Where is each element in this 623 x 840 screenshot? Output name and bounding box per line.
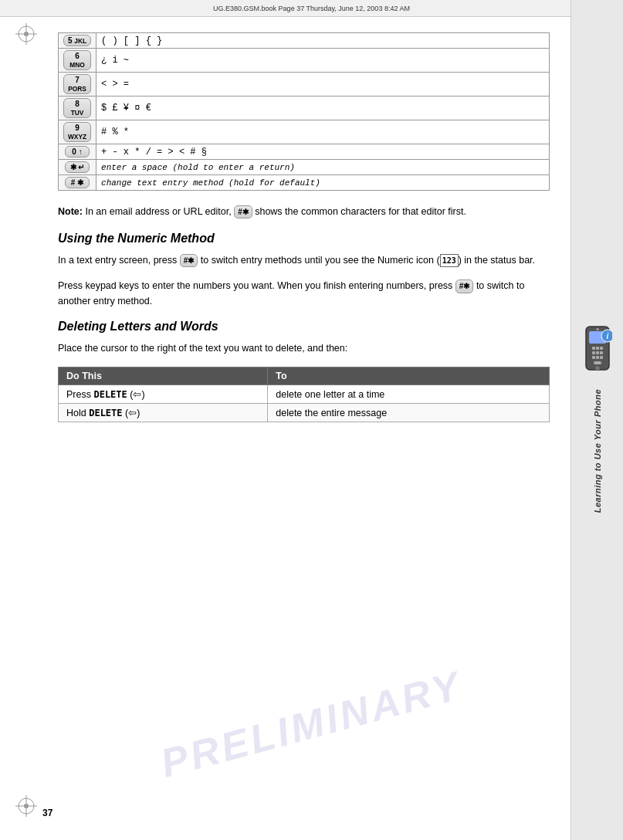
key-button-star: ✱ ↵: [65, 161, 90, 173]
key-cell-5: 5 JKL: [59, 33, 96, 49]
right-sidebar: i Learning to Use Your Phone: [571, 0, 623, 840]
delete-result-2: delete the entire message: [268, 404, 550, 422]
svg-rect-27: [594, 361, 601, 364]
delete-result-1: delete one letter at a time: [268, 385, 550, 404]
char-cell-0: + - x * / = > < # §: [96, 144, 550, 160]
page-number: 37: [42, 808, 52, 818]
key-button-6: 6 MNO: [63, 50, 91, 70]
note-continuation: shows the common characters for that edi…: [255, 206, 466, 217]
svg-rect-20: [600, 347, 603, 350]
svg-rect-24: [592, 356, 595, 359]
section1-heading: Using the Numeric Method: [58, 232, 550, 246]
top-bar: UG.E380.GSM.book Page 37 Thursday, June …: [0, 0, 623, 17]
top-bar-text: UG.E380.GSM.book Page 37 Thursday, June …: [213, 5, 410, 12]
key-button-5: 5 JKL: [63, 35, 91, 46]
delete-table: Do This To Press DELETE (⇦) delete one l…: [58, 367, 550, 422]
delete-action-2: Hold DELETE (⇦): [59, 404, 268, 422]
svg-point-3: [24, 32, 29, 36]
key-cell-7: 7 PORS: [59, 73, 96, 97]
section1-para2: Press keypad keys to enter the numbers y…: [58, 279, 550, 309]
char-cell-hash: change text entry method (hold for defau…: [96, 175, 550, 191]
delete-table-col2-header: To: [268, 368, 550, 385]
corner-tl-decoration: [15, 23, 37, 45]
note-text: In an email address or URL editor,: [85, 206, 234, 217]
main-content: 5 JKL ( ) [ ] { } 6 MNO ¿ i ~ 7 PORS < >…: [42, 17, 565, 801]
key-button-9: 9 WXYZ: [63, 122, 91, 142]
delete-action-1: Press DELETE (⇦): [59, 385, 268, 404]
note-label: Note:: [58, 206, 83, 217]
section2-intro: Place the cursor to the right of the tex…: [58, 341, 550, 356]
char-cell-5: ( ) [ ] { }: [96, 33, 550, 49]
table-row: Hold DELETE (⇦) delete the entire messag…: [59, 404, 550, 422]
svg-rect-18: [592, 347, 595, 350]
svg-rect-26: [600, 356, 603, 359]
key-cell-0: 0 ↑: [59, 144, 96, 160]
key-button-0: 0 ↑: [65, 146, 90, 158]
svg-rect-19: [596, 347, 599, 350]
numeric-icon: 123: [440, 254, 459, 268]
char-cell-star: enter a space (hold to enter a return): [96, 160, 550, 175]
phone-icon: i: [583, 325, 612, 374]
svg-rect-25: [596, 356, 599, 359]
char-cell-6: ¿ i ~: [96, 49, 550, 73]
section1-para1: In a text entry screen, press #✱ to swit…: [58, 253, 550, 268]
table-row: 6 MNO ¿ i ~: [59, 49, 550, 73]
char-cell-8: $ £ ¥ ¤ €: [96, 97, 550, 120]
key-button-hash: # ✱: [65, 177, 90, 188]
key-cell-9: 9 WXYZ: [59, 120, 96, 144]
key-cell-6: 6 MNO: [59, 49, 96, 73]
svg-point-11: [24, 804, 29, 808]
svg-point-28: [596, 328, 598, 330]
section1-key1: #✱: [180, 254, 198, 268]
svg-rect-22: [596, 351, 599, 354]
key-button-8: 8 TUV: [63, 98, 91, 118]
delete-key-label: DELETE: [93, 389, 127, 400]
delete-key-label: DELETE: [89, 408, 122, 418]
key-button-7: 7 PORS: [63, 74, 91, 94]
delete-table-header-row: Do This To: [59, 368, 550, 385]
key-cell-8: 8 TUV: [59, 97, 96, 120]
key-cell-hash: # ✱: [59, 175, 96, 191]
section1-key2: #✱: [455, 279, 474, 293]
table-row: 7 PORS < > =: [59, 73, 550, 97]
svg-rect-23: [600, 351, 603, 354]
section2-heading: Deleting Letters and Words: [58, 320, 550, 334]
table-row: 9 WXYZ # % *: [59, 120, 550, 144]
note-key: #✱: [234, 205, 252, 218]
key-cell-star: ✱ ↵: [59, 160, 96, 175]
corner-bl-decoration: [15, 795, 37, 817]
svg-point-29: [595, 366, 600, 371]
table-row: ✱ ↵ enter a space (hold to enter a retur…: [59, 160, 550, 175]
table-row: 5 JKL ( ) [ ] { }: [59, 33, 550, 49]
table-row: Press DELETE (⇦) delete one letter at a …: [59, 385, 550, 404]
sidebar-label: Learning to Use Your Phone: [593, 389, 602, 515]
table-row: # ✱ change text entry method (hold for d…: [59, 175, 550, 191]
char-cell-9: # % *: [96, 120, 550, 144]
delete-table-col1-header: Do This: [59, 368, 268, 385]
svg-rect-21: [592, 351, 595, 354]
table-row: 0 ↑ + - x * / = > < # §: [59, 144, 550, 160]
svg-text:i: i: [606, 332, 608, 340]
key-table: 5 JKL ( ) [ ] { } 6 MNO ¿ i ~ 7 PORS < >…: [58, 32, 550, 191]
char-cell-7: < > =: [96, 73, 550, 97]
note-paragraph: Note: In an email address or URL editor,…: [58, 205, 550, 219]
table-row: 8 TUV $ £ ¥ ¤ €: [59, 97, 550, 120]
